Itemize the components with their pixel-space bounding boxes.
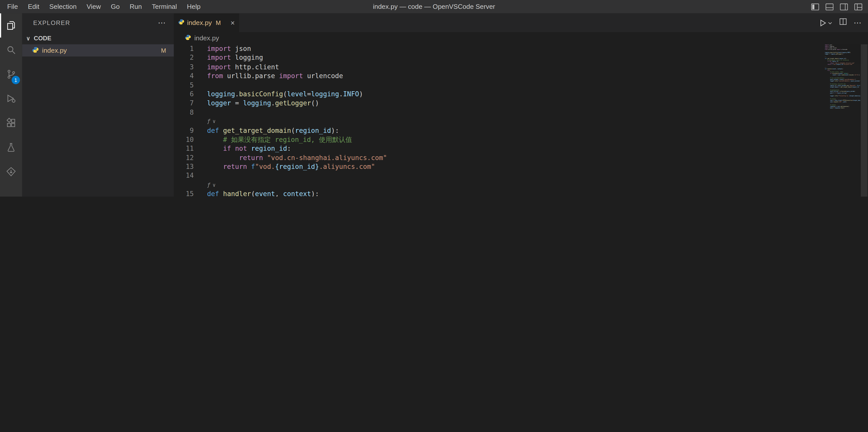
code-line[interactable]: target_domain = get_target_domain(region… xyxy=(825,86,861,88)
explorer-icon[interactable] xyxy=(0,13,22,38)
codelens-decoration[interactable]: ƒ∨ xyxy=(207,117,868,126)
code-line[interactable]: import json xyxy=(207,45,868,53)
toggle-panel-icon[interactable] xyxy=(826,2,834,11)
menu-terminal[interactable]: Terminal xyxy=(147,0,182,13)
minimap-content: import jsonimport loggingimport http.cli… xyxy=(825,45,861,109)
minimap[interactable]: import jsonimport loggingimport http.cli… xyxy=(825,45,861,197)
menu-selection[interactable]: Selection xyxy=(44,0,82,13)
toggle-secondary-sidebar-icon[interactable] xyxy=(840,2,848,11)
chevron-down-icon[interactable]: ∨ xyxy=(213,117,216,126)
menu-bar: File Edit Selection View Go Run Terminal… xyxy=(0,0,206,13)
explorer-sidebar: EXPLORER ⋯ ∨ CODE index.py M › OUTLINE ›… xyxy=(22,13,174,197)
code-line[interactable]: import logging xyxy=(207,53,868,62)
line-number[interactable] xyxy=(174,180,194,190)
title-bar: File Edit Selection View Go Run Terminal… xyxy=(0,0,868,13)
code-line[interactable]: body = response.read() xyxy=(825,107,861,109)
menu-file[interactable]: File xyxy=(2,0,23,13)
explorer-more-actions-icon[interactable]: ⋯ xyxy=(158,19,166,27)
scrollbar-slider[interactable] xyxy=(861,45,867,197)
line-number[interactable]: 14 xyxy=(174,171,194,180)
scm-badge: 1 xyxy=(11,76,20,84)
split-editor-icon[interactable] xyxy=(839,18,847,28)
function-codelens-icon[interactable]: ƒ xyxy=(825,56,826,58)
file-item-indexpy[interactable]: index.py M xyxy=(22,45,174,56)
git-modified-badge: M xyxy=(161,47,166,54)
vscode-window: File Edit Selection View Go Run Terminal… xyxy=(0,0,868,197)
line-number[interactable]: 13 xyxy=(174,162,194,171)
breadcrumb-file[interactable]: index.py xyxy=(194,34,219,42)
line-number[interactable]: 9 xyxy=(174,126,194,135)
code-line[interactable]: from urllib.parse import urlencode xyxy=(207,71,868,81)
line-number[interactable]: 12 xyxy=(174,153,194,162)
line-number[interactable]: 11 xyxy=(174,144,194,153)
line-number[interactable]: 7 xyxy=(174,99,194,108)
code-line[interactable]: logger.info(f"queryParameters: {query_pa… xyxy=(825,80,861,82)
sidebar-title: EXPLORER xyxy=(33,20,70,26)
chevron-down-icon[interactable]: ∨ xyxy=(826,56,826,58)
python-file-icon xyxy=(185,34,191,42)
codelens-decoration[interactable]: ƒ∨ xyxy=(207,180,868,190)
code-line[interactable] xyxy=(207,108,868,117)
source-control-icon[interactable]: 1 xyxy=(0,62,22,86)
code-line[interactable]: if not region_id: xyxy=(207,144,868,153)
menu-help[interactable]: Help xyxy=(182,0,206,13)
line-number[interactable]: 6 xyxy=(174,90,194,99)
code-line[interactable]: def handler(event, context): xyxy=(207,190,868,197)
editor-group: index.py M × ⋯ index.py 12345 xyxy=(174,13,868,197)
folder-name: CODE xyxy=(34,35,51,41)
chevron-down-icon[interactable]: ∨ xyxy=(213,180,216,190)
more-actions-icon[interactable]: ⋯ xyxy=(854,19,862,27)
code-line[interactable]: logging.basicConfig(level=logging.INFO) xyxy=(207,90,868,99)
line-number[interactable]: 1 xyxy=(174,45,194,53)
tab-modified-badge: M xyxy=(216,20,221,26)
code-line[interactable]: return "vod.cn-shanghai.aliyuncs.com" xyxy=(207,153,868,162)
testing-icon[interactable] xyxy=(0,135,22,160)
window-title: index.py — code — OpenVSCode Server xyxy=(373,3,495,10)
code-line[interactable]: return f"vod.{region_id}.aliyuncs.com" xyxy=(207,162,868,171)
line-number[interactable]: 15 xyxy=(174,190,194,197)
run-python-file-button[interactable] xyxy=(818,19,833,27)
customize-layout-icon[interactable] xyxy=(854,2,863,11)
code-line[interactable] xyxy=(207,81,868,90)
activity-bar: 1 xyxy=(0,13,22,197)
breadcrumb[interactable]: index.py xyxy=(174,32,868,44)
close-icon[interactable]: × xyxy=(230,19,235,27)
menu-view[interactable]: View xyxy=(82,0,106,13)
code-line[interactable]: def get_target_domain(region_id): xyxy=(207,126,868,135)
code-line[interactable]: # 如果没有指定 region_id, 使用默认值 xyxy=(207,135,868,144)
code-content[interactable]: import jsonimport loggingimport http.cli… xyxy=(207,45,868,197)
menu-edit[interactable]: Edit xyxy=(23,0,44,13)
line-number[interactable]: 3 xyxy=(174,62,194,71)
code-line[interactable]: event = json.loads(event.decode('utf-8')… xyxy=(825,74,861,76)
tab-label: index.py xyxy=(187,19,212,27)
code-line[interactable] xyxy=(207,171,868,180)
code-line[interactable]: import http.client xyxy=(207,62,868,71)
file-name: index.py xyxy=(42,47,67,54)
tab-indexpy[interactable]: index.py M × xyxy=(174,13,239,32)
vertical-scrollbar[interactable] xyxy=(860,45,868,197)
code-line[interactable]: query_string = urlencode(query_params) xyxy=(825,91,861,92)
line-number[interactable]: 8 xyxy=(174,108,194,117)
run-debug-icon[interactable] xyxy=(0,86,22,111)
serverless-extension-icon[interactable] xyxy=(0,160,22,184)
code-editor[interactable]: 1234567891011121314151617181920212223242… xyxy=(174,45,868,197)
line-number[interactable]: 2 xyxy=(174,53,194,62)
line-number[interactable]: 10 xyxy=(174,135,194,144)
extensions-icon[interactable] xyxy=(0,111,22,135)
line-number[interactable]: 5 xyxy=(174,81,194,90)
function-codelens-icon[interactable]: ƒ xyxy=(207,117,210,126)
python-file-icon xyxy=(32,47,38,55)
folder-section-code[interactable]: ∨ CODE xyxy=(22,32,174,44)
menu-run[interactable]: Run xyxy=(125,0,147,13)
line-number-gutter: 1234567891011121314151617181920212223242… xyxy=(174,45,207,197)
function-codelens-icon[interactable]: ƒ xyxy=(207,180,210,190)
menu-go[interactable]: Go xyxy=(106,0,125,13)
search-icon[interactable] xyxy=(0,37,22,62)
python-file-icon xyxy=(178,19,184,27)
code-line[interactable]: logger = logging.getLogger() xyxy=(207,99,868,108)
chevron-down-icon xyxy=(828,20,833,25)
code-line[interactable]: logger.info(f"Forwarding to: {target_dom… xyxy=(825,95,861,97)
toggle-sidebar-icon[interactable] xyxy=(811,2,819,11)
line-number[interactable] xyxy=(174,117,194,126)
line-number[interactable]: 4 xyxy=(174,71,194,81)
